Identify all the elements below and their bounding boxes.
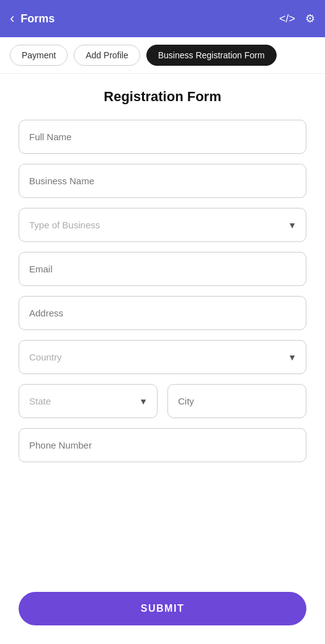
- phone-input[interactable]: [19, 428, 306, 462]
- address-field: [19, 296, 306, 330]
- full-name-field: [19, 120, 306, 154]
- form-title: Registration Form: [19, 89, 306, 105]
- country-field: Country United States Canada United King…: [19, 340, 306, 374]
- tab-bar: Payment Add Profile Business Registratio…: [0, 37, 325, 74]
- business-name-input[interactable]: [19, 164, 306, 198]
- header-title: Forms: [20, 12, 279, 25]
- tab-business-registration[interactable]: Business Registration Form: [146, 45, 277, 66]
- country-wrapper: Country United States Canada United King…: [19, 340, 306, 374]
- form-container: Registration Form Type of Business Retai…: [0, 74, 325, 579]
- type-of-business-field: Type of Business Retail Restaurant Techn…: [19, 208, 306, 242]
- state-wrapper: State Alabama Alaska Arizona California …: [19, 384, 158, 418]
- tab-payment[interactable]: Payment: [10, 45, 68, 66]
- city-field: [167, 384, 306, 418]
- tab-add-profile[interactable]: Add Profile: [74, 45, 140, 66]
- business-name-field: [19, 164, 306, 198]
- submit-area: SUBMIT: [0, 579, 325, 644]
- settings-icon[interactable]: ⚙: [305, 12, 315, 25]
- full-name-input[interactable]: [19, 120, 306, 154]
- city-input[interactable]: [167, 384, 306, 418]
- code-icon[interactable]: </>: [279, 12, 295, 25]
- country-select[interactable]: Country United States Canada United King…: [19, 340, 306, 374]
- header-actions: </> ⚙: [279, 12, 315, 25]
- address-input[interactable]: [19, 296, 306, 330]
- type-of-business-wrapper: Type of Business Retail Restaurant Techn…: [19, 208, 306, 242]
- header: ‹ Forms </> ⚙: [0, 0, 325, 37]
- back-button[interactable]: ‹: [10, 12, 14, 25]
- email-field: [19, 252, 306, 286]
- type-of-business-select[interactable]: Type of Business Retail Restaurant Techn…: [19, 208, 306, 242]
- state-field: State Alabama Alaska Arizona California …: [19, 384, 158, 418]
- state-select[interactable]: State Alabama Alaska Arizona California …: [19, 384, 158, 418]
- email-input[interactable]: [19, 252, 306, 286]
- submit-button[interactable]: SUBMIT: [19, 592, 306, 625]
- state-city-row: State Alabama Alaska Arizona California …: [19, 384, 306, 418]
- phone-field: [19, 428, 306, 462]
